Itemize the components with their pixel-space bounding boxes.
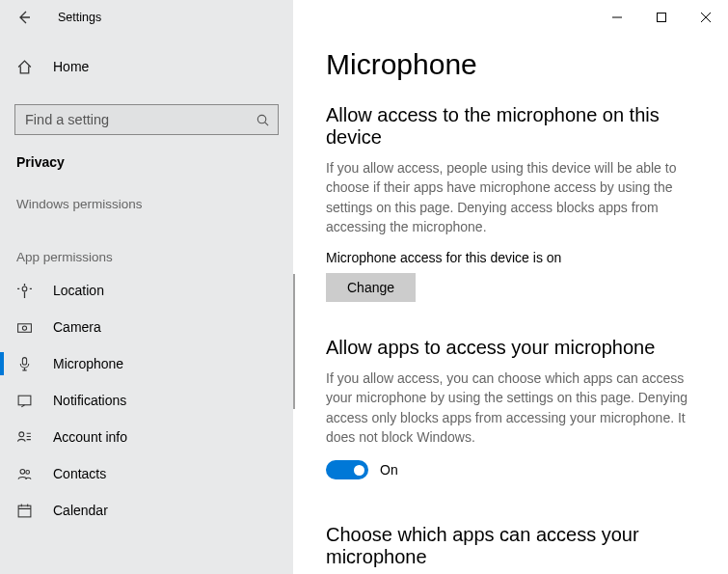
svg-rect-6 [18,396,31,405]
svg-point-1 [257,115,265,123]
sidebar: Home Privacy Windows permissions App per… [0,35,293,574]
allow-apps-toggle-label: On [380,462,398,478]
sidebar-item-notifications[interactable]: Notifications [0,382,293,419]
account-info-icon [16,429,36,446]
sidebar-item-calendar[interactable]: Calendar [0,492,293,529]
sidebar-group-app-permissions: App permissions [0,219,293,272]
search-input[interactable] [23,111,256,128]
svg-rect-10 [18,506,31,517]
section-allow-device-title: Allow access to the microphone on this d… [326,104,695,149]
device-access-status: Microphone access for this device is on [326,250,695,265]
location-icon [16,283,36,299]
sidebar-search [14,104,279,135]
svg-point-2 [22,287,27,291]
microphone-icon [16,356,36,372]
sidebar-item-label: Camera [53,319,101,335]
section-allow-device-desc: If you allow access, people using this d… [326,158,692,236]
sidebar-item-label: Account info [53,429,127,445]
back-arrow-icon [16,10,32,25]
sidebar-item-label: Calendar [53,503,108,518]
sidebar-item-location[interactable]: Location [0,272,293,309]
svg-rect-5 [22,357,26,364]
calendar-icon [16,503,36,519]
window-controls [595,2,728,33]
sidebar-home[interactable]: Home [0,48,293,85]
close-button[interactable] [684,2,728,33]
svg-point-7 [19,431,24,436]
back-button[interactable] [10,3,39,32]
sidebar-item-account-info[interactable]: Account info [0,419,293,455]
close-icon [701,13,711,22]
section-allow-apps-title: Allow apps to access your microphone [326,337,695,359]
sidebar-item-label: Notifications [53,393,126,408]
allow-apps-toggle[interactable] [326,460,368,479]
sidebar-item-label: Location [53,283,104,298]
notifications-icon [16,393,36,409]
sidebar-item-label: Microphone [53,356,123,371]
sidebar-category: Privacy [0,141,293,176]
maximize-icon [657,13,666,22]
svg-point-4 [22,325,26,329]
minimize-button[interactable] [595,2,639,33]
search-icon [256,113,270,127]
section-choose-apps-title: Choose which apps can access your microp… [326,524,695,568]
maximize-button[interactable] [639,2,684,33]
svg-rect-0 [658,14,666,22]
main-panel: Microphone Allow access to the microphon… [293,35,728,574]
minimize-icon [612,13,622,22]
home-icon [16,59,36,75]
change-button[interactable]: Change [326,273,416,302]
svg-rect-3 [18,323,32,332]
sidebar-home-label: Home [53,59,89,74]
camera-icon [16,319,36,336]
titlebar: Settings [0,0,728,35]
content-area: Home Privacy Windows permissions App per… [0,35,728,574]
contacts-icon [16,466,36,482]
svg-point-9 [26,470,30,474]
page-title: Microphone [326,48,695,81]
scroll-indicator[interactable] [293,274,295,409]
window-title: Settings [58,11,101,24]
section-allow-apps-desc: If you allow access, you can choose whic… [326,369,692,447]
sidebar-item-microphone[interactable]: Microphone [0,345,293,382]
search-box[interactable] [14,104,279,135]
sidebar-group-windows-permissions: Windows permissions [0,176,293,219]
sidebar-item-label: Contacts [53,466,106,481]
svg-point-8 [20,469,25,474]
allow-apps-toggle-row: On [326,460,695,479]
sidebar-item-camera[interactable]: Camera [0,309,293,345]
sidebar-item-contacts[interactable]: Contacts [0,455,293,492]
